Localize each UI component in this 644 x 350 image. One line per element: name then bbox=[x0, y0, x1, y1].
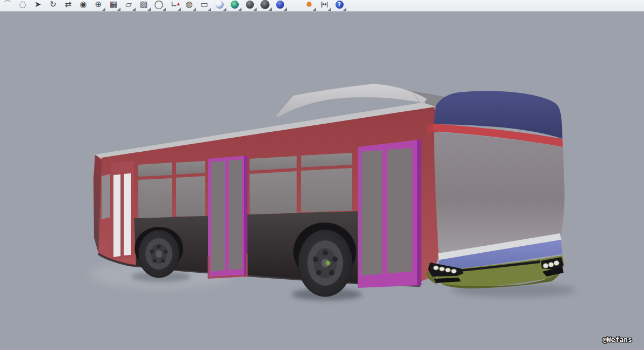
zoom-dynamic-icon[interactable]: ◉ bbox=[76, 0, 91, 12]
bus-model[interactable] bbox=[0, 12, 644, 350]
screen-capture-icon[interactable]: ▭ bbox=[197, 0, 212, 12]
render-settings-glyph: ✹ bbox=[306, 1, 312, 8]
lasso-select-glyph: ◌ bbox=[19, 1, 26, 9]
rotate-view-icon[interactable]: ↻ bbox=[45, 0, 61, 12]
pan-view-icon[interactable]: ⇄ bbox=[61, 0, 76, 12]
viewport-layout-icon[interactable]: ▦ bbox=[106, 0, 121, 12]
bus-front-door bbox=[358, 139, 421, 288]
circle-tool-icon[interactable]: ◯ bbox=[151, 0, 166, 12]
display-ghosted-icon[interactable] bbox=[257, 0, 272, 12]
lasso-select-icon[interactable]: ◌ bbox=[15, 0, 30, 12]
screen-capture-glyph: ▭ bbox=[200, 1, 208, 9]
pan-view-glyph: ⇄ bbox=[65, 1, 72, 9]
light-tool-icon[interactable]: ◍ bbox=[182, 0, 197, 12]
measure-distance-icon[interactable]: |↔| bbox=[317, 0, 332, 12]
watermark: @Wefans bbox=[602, 335, 632, 344]
display-shaded-glyph bbox=[246, 1, 254, 9]
light-tool-glyph: ◍ bbox=[185, 1, 192, 9]
set-view-glyph: ▱ bbox=[125, 1, 132, 9]
viewport-3d[interactable]: @Wefans bbox=[0, 12, 644, 350]
display-wireframe-glyph bbox=[216, 1, 224, 9]
zoom-window-icon[interactable]: ⊕ bbox=[91, 0, 106, 12]
bus-rear-door bbox=[111, 161, 134, 259]
main-toolbar: ⌒◌➤↻⇄◉⊕▦▱▨◯∟▲◍▭✹|↔|? bbox=[0, 0, 644, 12]
set-view-icon[interactable]: ▱ bbox=[121, 0, 136, 12]
cplane-glyph: ∟ bbox=[171, 1, 178, 9]
display-wireframe-icon[interactable] bbox=[212, 0, 227, 12]
help-icon[interactable]: ? bbox=[332, 0, 347, 12]
curve-tool-icon[interactable]: ⌒ bbox=[0, 0, 15, 12]
toolbar-spacer bbox=[287, 0, 301, 11]
viewport-layout-glyph: ▦ bbox=[110, 1, 117, 9]
zoom-dynamic-glyph: ◉ bbox=[79, 1, 86, 9]
select-arrow-icon[interactable]: ➤ bbox=[30, 0, 45, 12]
display-shaded-icon[interactable] bbox=[242, 0, 257, 12]
bus-windshield bbox=[434, 132, 565, 254]
zoom-window-glyph: ⊕ bbox=[95, 1, 102, 9]
bus-rear-wheel bbox=[138, 230, 179, 278]
cplane-icon[interactable]: ∟▲ bbox=[166, 0, 182, 12]
display-rendered-icon[interactable] bbox=[227, 0, 242, 12]
cplane-accent: ▲ bbox=[177, 2, 180, 6]
bus-middle-door bbox=[208, 156, 247, 279]
display-raytraced-icon[interactable] bbox=[272, 0, 287, 12]
display-raytraced-glyph bbox=[276, 1, 284, 9]
help-glyph: ? bbox=[336, 1, 344, 9]
circle-tool-glyph: ◯ bbox=[155, 1, 164, 9]
grid-snap-icon[interactable]: ▨ bbox=[136, 0, 151, 12]
rotate-view-glyph: ↻ bbox=[50, 1, 57, 9]
display-rendered-glyph bbox=[231, 1, 239, 9]
curve-tool-glyph: ⌒ bbox=[4, 1, 12, 9]
bus-rear-window bbox=[102, 174, 110, 219]
measure-distance-glyph: |↔| bbox=[321, 2, 328, 7]
render-settings-icon[interactable]: ✹ bbox=[301, 0, 317, 12]
display-ghosted-glyph bbox=[260, 0, 270, 9]
bus-front-wheel bbox=[298, 230, 352, 297]
grid-snap-glyph: ▨ bbox=[140, 1, 147, 9]
select-arrow-glyph: ➤ bbox=[35, 1, 42, 9]
